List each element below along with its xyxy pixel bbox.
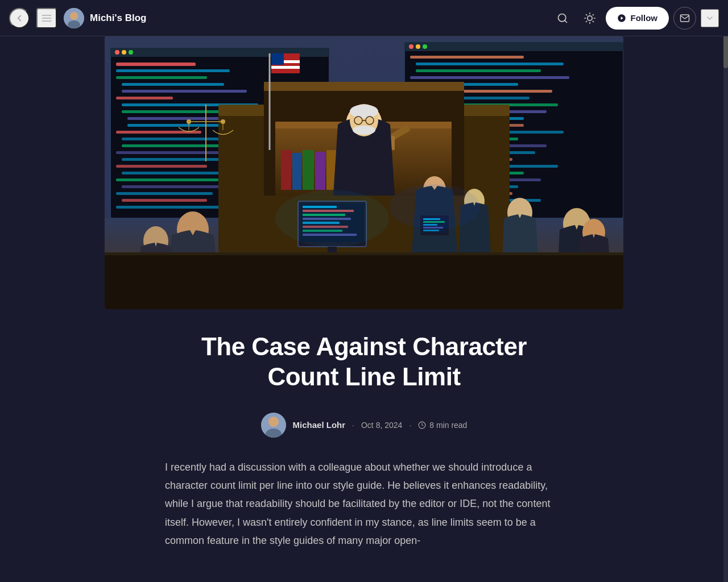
svg-rect-41 — [116, 178, 218, 181]
svg-point-50 — [423, 44, 427, 49]
svg-rect-24 — [116, 63, 196, 66]
svg-rect-27 — [122, 83, 224, 86]
svg-point-136 — [268, 417, 279, 427]
follow-button[interactable]: Follow — [606, 7, 669, 30]
blog-title: Michi's Blog — [90, 13, 146, 24]
svg-rect-51 — [410, 56, 524, 59]
svg-rect-80 — [281, 150, 291, 190]
svg-point-23 — [129, 50, 133, 55]
svg-point-48 — [409, 44, 413, 49]
svg-rect-36 — [122, 144, 230, 147]
navbar: Michi's Blog — [0, 0, 728, 36]
menu-button[interactable] — [36, 8, 57, 28]
svg-rect-44 — [122, 199, 207, 202]
svg-point-4 — [70, 12, 78, 20]
svg-rect-83 — [315, 152, 325, 190]
svg-line-15 — [586, 21, 586, 22]
user-menu-button[interactable] — [673, 7, 696, 30]
svg-point-49 — [416, 44, 420, 49]
blog-avatar — [64, 8, 84, 28]
follow-label: Follow — [631, 13, 658, 23]
svg-rect-39 — [116, 165, 207, 168]
article-date: Oct 8, 2024 — [361, 421, 402, 430]
theme-toggle-button[interactable] — [578, 7, 601, 30]
svg-point-134 — [275, 190, 389, 247]
svg-rect-26 — [116, 76, 207, 79]
svg-point-22 — [122, 50, 126, 55]
back-button[interactable] — [9, 8, 30, 28]
article-title: The Case Against Character Count Line Li… — [165, 332, 563, 392]
author-name[interactable]: Michael Lohr — [293, 420, 346, 430]
svg-line-11 — [586, 14, 586, 15]
svg-rect-47 — [404, 42, 623, 51]
svg-rect-54 — [410, 76, 569, 79]
svg-point-89 — [350, 105, 378, 118]
svg-rect-45 — [116, 206, 230, 209]
svg-rect-53 — [416, 69, 541, 72]
meta-separator: · — [409, 421, 411, 430]
svg-rect-77 — [264, 82, 464, 91]
svg-rect-132 — [105, 252, 623, 255]
article-meta: Michael Lohr · Oct 8, 2024 · 8 min read — [165, 413, 563, 438]
svg-rect-97 — [271, 66, 300, 69]
nav-left: Michi's Blog — [9, 8, 146, 28]
svg-point-8 — [587, 15, 592, 20]
read-time: 8 min read — [418, 421, 467, 430]
article-body: The Case Against Character Count Line Li… — [154, 309, 574, 582]
article-paragraph-1: I recently had a discussion with a colle… — [165, 458, 563, 550]
clock-icon — [418, 421, 426, 429]
svg-point-133 — [389, 184, 480, 230]
hero-image — [105, 36, 623, 309]
meta-dot: · — [352, 421, 354, 430]
svg-rect-112 — [423, 230, 439, 231]
svg-rect-52 — [416, 63, 564, 65]
hero-illustration — [105, 36, 623, 309]
svg-line-7 — [564, 20, 566, 22]
svg-point-21 — [115, 50, 119, 55]
svg-rect-81 — [292, 153, 301, 190]
chevron-down-button[interactable] — [701, 9, 719, 27]
search-button[interactable] — [551, 7, 574, 30]
blog-brand[interactable]: Michi's Blog — [64, 8, 146, 28]
svg-rect-43 — [116, 192, 213, 195]
scrollbar[interactable] — [723, 0, 728, 582]
svg-rect-25 — [116, 69, 230, 72]
article-text: I recently had a discussion with a colle… — [165, 458, 563, 550]
svg-line-16 — [593, 14, 593, 15]
hero-image-container — [0, 36, 728, 309]
svg-rect-28 — [122, 90, 247, 93]
main-content: The Case Against Character Count Line Li… — [0, 0, 728, 582]
svg-rect-32 — [127, 117, 230, 120]
author-avatar[interactable] — [261, 413, 286, 438]
svg-rect-98 — [271, 53, 284, 65]
svg-line-12 — [593, 21, 593, 22]
svg-point-90 — [353, 126, 375, 135]
svg-rect-29 — [116, 97, 173, 99]
svg-rect-82 — [303, 150, 314, 190]
svg-rect-131 — [105, 252, 623, 309]
nav-right: Follow — [551, 7, 719, 30]
